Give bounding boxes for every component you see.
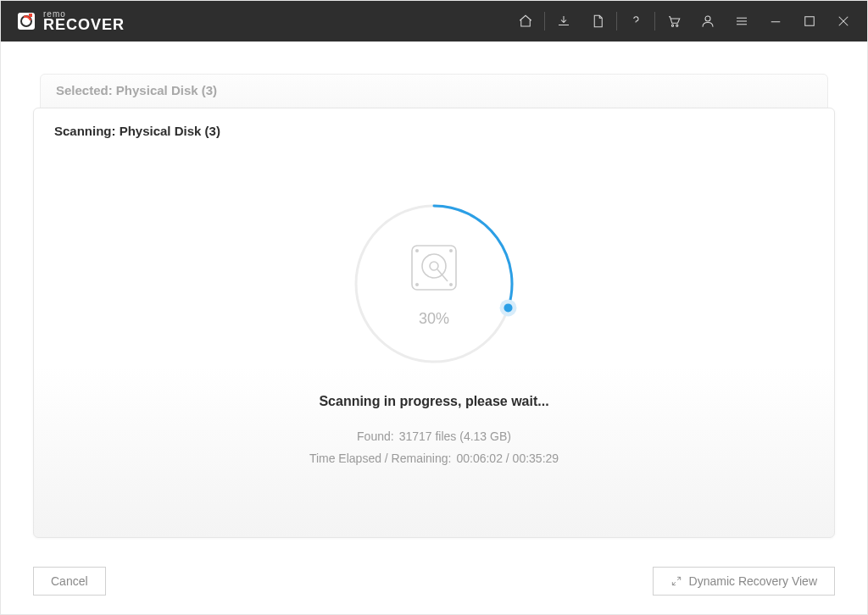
- svg-point-23: [450, 284, 452, 285]
- dynamic-recovery-button[interactable]: Dynamic Recovery View: [653, 567, 835, 596]
- svg-point-4: [676, 25, 678, 26]
- user-icon[interactable]: [691, 1, 725, 42]
- main-content: Selected: Physical Disk (3) Scanning: Ph…: [1, 42, 867, 614]
- logo-mark-icon: [16, 11, 36, 31]
- home-icon[interactable]: [509, 1, 542, 42]
- card-back-title: Selected: Physical Disk (3): [56, 83, 217, 97]
- logo-text: remo RECOVER: [43, 10, 125, 31]
- card-front: Scanning: Physical Disk (3): [33, 108, 835, 538]
- cancel-button-label: Cancel: [51, 574, 88, 588]
- brand-main: RECOVER: [43, 18, 125, 31]
- svg-point-20: [416, 250, 418, 252]
- status-title: Scanning in progress, please wait...: [319, 394, 548, 409]
- separator: [544, 12, 545, 30]
- time-label: Time Elapsed / Remaining:: [309, 448, 452, 469]
- progress-percent: 30%: [419, 310, 449, 328]
- footer: Cancel Dynamic Recovery View: [33, 567, 835, 596]
- maximize-icon[interactable]: [793, 1, 826, 42]
- separator: [654, 12, 655, 30]
- disk-icon: [407, 241, 461, 298]
- separator: [616, 12, 617, 30]
- svg-rect-16: [412, 246, 456, 290]
- progress-area: 30% Scanning in progress, please wait...…: [54, 147, 814, 522]
- progress-ring: 30%: [349, 199, 519, 368]
- titlebar: remo RECOVER: [1, 1, 867, 42]
- svg-rect-2: [29, 14, 32, 17]
- svg-point-21: [450, 250, 452, 252]
- svg-point-18: [430, 262, 438, 270]
- svg-line-19: [437, 269, 448, 281]
- help-icon[interactable]: [619, 1, 653, 42]
- svg-point-22: [416, 284, 418, 285]
- app-logo: remo RECOVER: [16, 10, 125, 31]
- found-value: 31717 files (4.13 GB): [399, 426, 511, 447]
- cart-icon[interactable]: [657, 1, 691, 42]
- close-icon[interactable]: [826, 1, 860, 42]
- card-front-title: Scanning: Physical Disk (3): [54, 124, 814, 138]
- svg-rect-10: [805, 17, 815, 26]
- minimize-icon[interactable]: [759, 1, 793, 42]
- document-icon[interactable]: [581, 1, 615, 42]
- svg-point-3: [671, 25, 673, 26]
- menu-icon[interactable]: [725, 1, 759, 42]
- cancel-button[interactable]: Cancel: [33, 567, 106, 596]
- dynamic-recovery-label: Dynamic Recovery View: [689, 574, 817, 588]
- download-icon[interactable]: [547, 1, 581, 42]
- titlebar-actions: [509, 1, 860, 42]
- svg-point-5: [705, 16, 710, 21]
- expand-icon: [670, 575, 682, 587]
- time-value: 00:06:02 / 00:35:29: [456, 448, 559, 469]
- found-label: Found:: [357, 426, 394, 447]
- status-details: Found: 31717 files (4.13 GB) Time Elapse…: [309, 426, 559, 468]
- card-stack: Selected: Physical Disk (3) Scanning: Ph…: [33, 74, 835, 538]
